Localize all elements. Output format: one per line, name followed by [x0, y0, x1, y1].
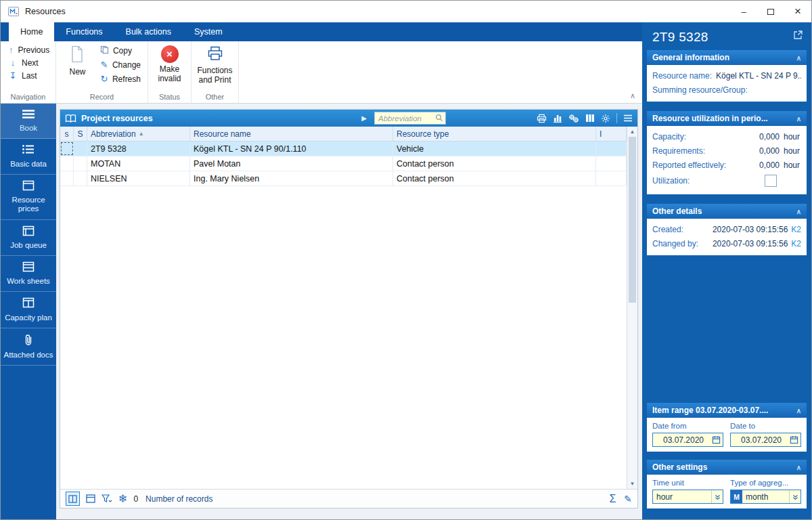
sidebar-label: Basic data	[10, 160, 47, 169]
utilization-checkbox[interactable]	[765, 175, 777, 187]
card-icon	[22, 261, 35, 274]
section-header-general[interactable]: General information ∧	[647, 50, 807, 65]
ribbon: ↑Previous ↓Next ↧Last Navigation New	[1, 41, 642, 104]
date-to-input[interactable]	[733, 435, 790, 445]
sidebar-item-attached-docs[interactable]: Attached docs	[1, 328, 56, 366]
chart-icon[interactable]	[553, 114, 562, 123]
tab-system[interactable]: System	[183, 22, 234, 41]
section-header-utilization[interactable]: Resource utilization in perio... ∧	[647, 111, 807, 126]
related-records-icon[interactable]	[568, 114, 579, 123]
table-row[interactable]: MOTAN Pavel Motan Contact person	[60, 156, 627, 171]
group-label-other: Other	[194, 91, 235, 103]
table-footer-bar: ❄ 0 Number of records Σ ✎	[60, 489, 637, 508]
sidebar-item-book[interactable]: Book	[1, 104, 56, 139]
scrollbar-thumb[interactable]	[629, 137, 636, 303]
close-button[interactable]: ×	[784, 1, 811, 22]
new-button[interactable]: New	[59, 43, 96, 91]
tab-bulk-actions[interactable]: Bulk actions	[114, 22, 183, 41]
change-label: Change	[112, 60, 141, 70]
tab-functions[interactable]: Functions	[54, 22, 114, 41]
calendar-icon[interactable]	[712, 435, 721, 444]
section-header-item-range[interactable]: Item range 03.07.2020-03.07.... ∧	[647, 403, 807, 418]
scrollbar-track[interactable]	[627, 303, 637, 479]
settings-gear-icon[interactable]	[601, 114, 610, 123]
capacity-value: 0,000	[759, 132, 780, 142]
minimize-button[interactable]: –	[730, 1, 757, 22]
requirements-label: Requirements:	[652, 146, 705, 156]
created-user-link[interactable]: K2	[791, 225, 801, 234]
cell-resource-type: Contact person	[393, 171, 596, 186]
make-invalid-button[interactable]: × Make invalid	[151, 43, 188, 91]
sidebar-label: Work sheets	[7, 277, 50, 286]
sidebar-item-resource-prices[interactable]: Resource prices	[1, 175, 56, 220]
refresh-button[interactable]: ↻ Refresh	[96, 72, 145, 86]
changed-by-value: 2020-07-03 09:15:56	[713, 239, 788, 248]
change-button[interactable]: ✎ Change	[96, 58, 145, 72]
column-header-s[interactable]: s	[60, 127, 74, 141]
sidebar-item-job-queue[interactable]: Job queue	[1, 220, 56, 256]
sidebar-label: Book	[20, 124, 37, 133]
cell-resource-name: Kögel KTL - SN 24 P 90/1.110	[190, 142, 393, 156]
functions-and-print-button[interactable]: Functions and Print	[196, 43, 235, 91]
ribbon-group-other: Functions and Print Other	[191, 41, 239, 103]
section-header-other-details[interactable]: Other details ∧	[647, 204, 807, 219]
chevron-up-icon: ∧	[796, 407, 801, 414]
table-row[interactable]: 2T9 5328 Kögel KTL - SN 24 P 90/1.110 Ve…	[60, 142, 627, 156]
cell-s2	[74, 156, 87, 171]
columns-icon[interactable]	[585, 114, 595, 123]
column-header-s2[interactable]: S	[74, 127, 87, 141]
changed-by-user-link[interactable]: K2	[791, 239, 801, 248]
card-icon	[22, 180, 35, 193]
date-from-input[interactable]	[655, 435, 712, 445]
collapse-ribbon-chevron[interactable]: ∧	[630, 91, 635, 100]
maximize-button[interactable]	[757, 1, 784, 22]
sidebar-label: Attached docs	[4, 351, 53, 360]
preview-panel-icon[interactable]	[86, 494, 95, 503]
snowflake-icon[interactable]: ❄	[118, 492, 127, 505]
aggregation-type-dropdown[interactable]: M month	[730, 490, 801, 504]
table-empty-area	[60, 186, 627, 489]
menu-icon[interactable]	[623, 114, 633, 122]
open-external-icon[interactable]	[793, 30, 803, 43]
ribbon-group-record: New Copy ✎ Change	[56, 41, 148, 103]
card-icon	[22, 225, 35, 238]
print-icon[interactable]	[537, 114, 547, 123]
cell-resource-type: Contact person	[393, 156, 596, 171]
copy-button[interactable]: Copy	[96, 43, 145, 58]
cell-abbreviation: 2T9 5328	[87, 142, 190, 156]
group-label-navigation: Navigation	[3, 91, 53, 103]
date-to-label: Date to	[730, 422, 801, 430]
refresh-label: Refresh	[112, 74, 141, 84]
sidebar-item-basic-data[interactable]: Basic data	[1, 139, 56, 174]
scroll-up-icon[interactable]: ▲	[627, 127, 637, 137]
cell-resource-name: Ing. Mary Nielsen	[190, 171, 393, 186]
sidebar-item-capacity-plan[interactable]: Capacity plan	[1, 292, 56, 328]
edit-icon[interactable]: ✎	[624, 494, 632, 504]
sidebar-item-work-sheets[interactable]: Work sheets	[1, 256, 56, 292]
column-header-resource-type[interactable]: Resource type	[393, 127, 596, 141]
search-input[interactable]	[378, 114, 435, 123]
column-header-resource-name[interactable]: Resource name	[190, 127, 393, 141]
previous-button[interactable]: ↑Previous	[3, 43, 53, 56]
expand-arrow-icon[interactable]: ▶	[361, 114, 367, 122]
reported-effectively-unit: hour	[784, 160, 801, 170]
detail-panel-toggle[interactable]	[66, 492, 80, 506]
last-button[interactable]: ↧Last	[3, 69, 53, 82]
column-header-i[interactable]: I	[596, 127, 627, 141]
calendar-icon[interactable]	[790, 435, 798, 444]
column-header-abbreviation[interactable]: Abbreviation▲	[87, 127, 190, 141]
search-icon[interactable]	[435, 112, 443, 125]
vertical-scrollbar[interactable]: ▲ ▼	[627, 127, 637, 489]
section-general-information: General information ∧ Resource name: Kög…	[647, 50, 807, 102]
scroll-down-icon[interactable]: ▼	[627, 479, 637, 489]
panel-title: Project resources	[81, 114, 153, 123]
table-row[interactable]: NIELSEN Ing. Mary Nielsen Contact person	[60, 171, 627, 186]
time-unit-dropdown[interactable]: hour	[652, 490, 723, 504]
group-label-record: Record	[59, 91, 145, 103]
sum-icon[interactable]: Σ	[609, 493, 616, 505]
section-header-other-settings[interactable]: Other settings ∧	[647, 460, 807, 475]
search-box	[374, 112, 446, 125]
tab-home[interactable]: Home	[9, 22, 54, 41]
next-button[interactable]: ↓Next	[3, 56, 53, 69]
filter-icon[interactable]	[102, 494, 112, 503]
